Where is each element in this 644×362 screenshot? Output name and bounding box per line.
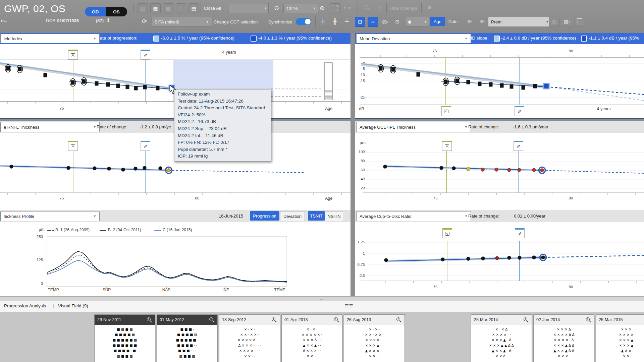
save-icon[interactable]: ▥ [138,3,148,13]
test-strategy-dropdown[interactable]: SITA (mixed)▼ [152,17,212,27]
search-icon[interactable] [364,5,370,12]
magnify-icon[interactable]: + [147,317,152,323]
overlay-dot-icon[interactable]: ⊙ [392,17,402,26]
refresh-icon[interactable]: ⟳ [140,17,149,26]
fundus-event-icon[interactable] [441,106,451,116]
tsnit-profile-chart[interactable] [0,233,351,292]
vf-thumbnail[interactable]: 01-May-2012+■ ■ ■ ·■ ■ ■ ■ ▨■ ■ ■ ■ ■ ·■… [157,314,218,362]
vf-thumbnail-date: 26-Aug-2013 [347,317,371,322]
vf-thumbnail[interactable]: 25-Mar-2015+× × ×× × × ×× × × ▲× × × ▲▲ … [596,314,644,362]
camera-icon [71,144,75,148]
x-axis-age-button[interactable]: Age [430,17,445,26]
collapse-icon[interactable]: ⌟ ⌞⌝ ⌜ [343,3,353,13]
vf-thumbnail-header[interactable]: 29-Nov-2011+ [95,315,155,325]
treatment-event-icon[interactable]: ✎ [515,228,525,238]
vf-pattern-row: ■ ■ ■ ■ ■ ▩ [95,338,155,343]
vf-thumbnail-header[interactable]: 25-Mar-2015+ [596,315,644,325]
align-baseline-icon[interactable]: ╪ [318,17,328,26]
treatment-event-icon[interactable]: ✎ [515,106,524,116]
magnify-icon[interactable]: + [271,317,277,323]
report-icon[interactable]: ▤ [189,3,199,13]
print-setup-icon[interactable]: ▦ [150,3,161,13]
add-row-icon[interactable]: ≡+ [465,17,475,26]
curve-view-button[interactable]: ≈ [368,17,378,27]
nstin-tab[interactable]: NSTIN [325,211,343,221]
gcl-parameter-value: Average GCL+IPL Thickness [360,125,416,130]
fullscreen-icon[interactable]: ⌜ ⌝⌞ ⌟ [330,3,340,13]
vf-thumbnail-header[interactable]: 26-Aug-2013+ [344,315,405,325]
tooltip-line: MD24-2 Sup.: -23.04 dB [178,125,268,132]
vf-thumbnail-header[interactable]: 18-Sep-2012+ [219,315,280,325]
fundus-event-icon[interactable] [68,141,78,151]
magnify-icon[interactable]: + [209,317,215,323]
gcl-trend-chart[interactable] [353,134,644,201]
md-parameter-dropdown[interactable]: Mean Deviation▼ [356,34,471,43]
fundus-event-icon[interactable] [442,141,452,151]
layout-list-icon[interactable]: ≡ [425,3,434,13]
cd-parameter-dropdown[interactable]: Average Cup-to-Disc Ratio▼ [356,211,471,221]
treatment-event-icon[interactable]: ✎ [141,141,150,151]
pencil-icon: ✎ [517,232,522,236]
synchronize-toggle[interactable] [296,18,311,25]
star-icon[interactable]: ☆ [375,3,385,13]
x-axis-date-button[interactable]: Date [445,17,461,26]
vf-thumbnail[interactable]: 18-Sep-2012+× · × ·× × · × × ·× × × × Δ … [219,314,280,362]
deviation-tab[interactable]: Deviation [280,211,305,221]
magnify-icon[interactable]: + [334,317,339,323]
rnfl-parameter-dropdown[interactable]: e RNFL Thickness▼ [0,122,100,132]
align-bottom-icon[interactable]: ┴ [342,17,352,26]
profile-parameter-dropdown[interactable]: hickness Profile▼ [0,211,100,221]
zoom-out-icon[interactable]: ⊖ [272,3,281,13]
treatment-event-icon[interactable]: ✎ [141,50,150,60]
vf-thumbnail-date: 01-Apr-2013 [284,317,308,322]
zoom-in-icon[interactable]: ⊕ [317,3,327,13]
cd-trend-chart[interactable] [353,223,644,295]
gcl-parameter-dropdown[interactable]: Average GCL+IPL Thickness▼ [356,122,471,132]
vf-thumbnail[interactable]: 26-Aug-2013+× · × ·× × · × × ·× × × Δ · … [344,314,405,362]
save-preset-as-icon[interactable]: ▥+ [562,17,572,27]
magnify-icon[interactable]: + [586,317,591,323]
save-preset-icon[interactable]: ▥ [549,17,559,27]
splitter-grip-icon[interactable]: ≡≡ [345,302,353,310]
vfi-parameter-dropdown[interactable]: ield Index▼ [0,34,100,43]
progression-tab[interactable]: Progression [250,211,279,221]
report-glyph: ▤ [191,5,196,11]
window-selector-dropdown[interactable]: ▼ [228,4,270,13]
tab-progression-analysis[interactable]: Progression Analysis [4,303,46,308]
gcl-rate-label: Rate of change: [468,124,499,129]
overlay-ring-icon[interactable]: ◎1 [380,17,390,26]
vf-thumbnail[interactable]: 01-Apr-2013+× · × ·× × × × × ·× × × Δ · … [281,314,342,362]
od-button[interactable]: OD [85,7,106,16]
align-center-icon[interactable]: ╫ [330,17,340,26]
tsnit-tab[interactable]: TSNIT [308,211,325,221]
close-all-button[interactable]: Close All [204,3,221,13]
fundus-event-icon[interactable] [68,50,78,60]
patient-export-icon[interactable]: ↥ [106,17,110,23]
delete-preset-icon[interactable] [575,17,585,27]
magnify-icon[interactable]: + [523,317,529,323]
hide-overlays-button[interactable]: Hide Overlays [390,3,417,13]
vf-pattern-row: × × × × · · [471,332,532,338]
export-icon[interactable]: ↥ [176,3,186,13]
vf-thumbnail-header[interactable]: 01-May-2012+ [157,315,217,325]
treatment-event-icon[interactable]: ✎ [514,141,523,151]
print-icon[interactable]: ▦ [163,3,173,13]
fundus-event-icon[interactable] [442,228,452,238]
tab-visual-field[interactable]: Visual Field (9) [58,303,88,308]
change-oct-selection-button[interactable]: Change OCT selection [214,17,258,26]
vf-thumbnail[interactable]: 02-Jun-2014+× × × Δ× × × × Δ Δ× × × × · … [533,314,594,362]
vf-thumbnail-header[interactable]: 01-Apr-2013+ [282,315,342,325]
vf-thumbnail[interactable]: 25-Mar-2014+× · × Δ× × × × · ·× × × ▲ · … [471,314,532,362]
magnify-icon[interactable]: + [396,317,402,323]
flat-view-button[interactable]: ⊟ [355,17,365,27]
vf-thumbnail-header[interactable]: 02-Jun-2014+ [534,315,594,325]
droplet-icon [408,20,412,24]
os-button[interactable]: OS [106,7,127,16]
zoom-level-dropdown[interactable]: 132%▼ [283,4,319,13]
vf-thumbnail-header[interactable]: 25-Mar-2014+ [471,315,532,325]
md-trend-chart[interactable] [353,44,644,122]
vf-thumbnail[interactable]: 29-Nov-2011+■ ▩ ■ ▩■ ■ ■ ■ ▩■ ■ ■ ■ ■ ▩■… [94,314,155,362]
preset-dropdown[interactable]: Prem▼ [488,17,552,27]
remove-row-icon[interactable]: ≡− [478,17,487,26]
marker-style-split-button[interactable]: ▼ [406,17,429,27]
